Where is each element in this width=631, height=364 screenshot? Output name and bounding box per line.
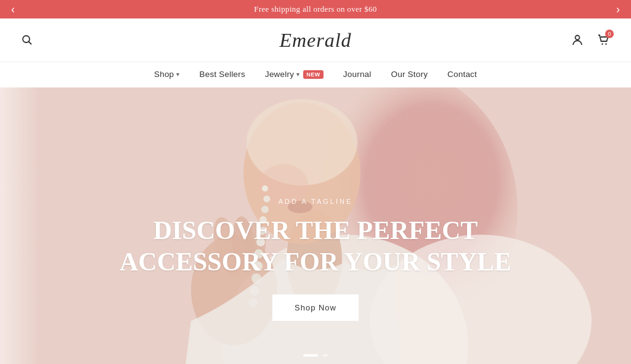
announcement-next-button[interactable]: › xyxy=(610,4,626,15)
header-left xyxy=(18,31,36,49)
jewelry-dropdown-arrow: ▾ xyxy=(296,71,299,78)
main-navigation: Shop ▾ Best Sellers Jewelry ▾ NEW Journa… xyxy=(0,62,631,87)
hero-section: ADD A TAGLINE DISCOVER THE PERFECT ACCES… xyxy=(0,87,631,364)
svg-point-2 xyxy=(576,36,580,40)
nav-item-shop[interactable]: Shop ▾ xyxy=(154,70,180,79)
nav-item-contact[interactable]: Contact xyxy=(447,70,477,79)
account-icon xyxy=(571,34,584,46)
shop-dropdown-arrow: ▾ xyxy=(176,71,179,78)
slide-dot-2[interactable] xyxy=(323,354,328,357)
svg-point-4 xyxy=(605,43,606,44)
hero-headline-line2: ACCESSORY FOR YOUR STYLE xyxy=(100,246,531,277)
svg-point-0 xyxy=(23,36,30,42)
slide-dot-1[interactable] xyxy=(303,354,318,357)
svg-point-18 xyxy=(262,185,268,192)
announcement-prev-button[interactable]: ‹ xyxy=(5,4,21,15)
announcement-text: Free shipping all orders on over $60 xyxy=(254,4,377,14)
nav-item-journal[interactable]: Journal xyxy=(343,70,372,79)
shop-now-button[interactable]: Shop Now xyxy=(272,294,359,321)
svg-line-1 xyxy=(29,42,32,45)
cart-badge: 0 xyxy=(605,30,614,38)
announcement-bar: ‹ Free shipping all orders on over $60 › xyxy=(0,0,631,18)
svg-point-3 xyxy=(601,43,603,44)
slide-indicators xyxy=(303,354,328,357)
hero-headline: DISCOVER THE PERFECT ACCESSORY FOR YOUR … xyxy=(100,215,531,277)
hero-content: ADD A TAGLINE DISCOVER THE PERFECT ACCES… xyxy=(100,198,531,321)
nav-item-best-sellers[interactable]: Best Sellers xyxy=(200,70,245,79)
account-button[interactable] xyxy=(568,31,587,49)
header: Emerald 0 xyxy=(0,18,631,62)
jewelry-new-badge: NEW xyxy=(303,70,324,79)
hero-headline-line1: DISCOVER THE PERFECT xyxy=(100,215,531,246)
cart-button[interactable]: 0 xyxy=(594,31,613,49)
hero-tagline: ADD A TAGLINE xyxy=(100,198,531,205)
search-icon xyxy=(22,34,33,46)
site-logo[interactable]: Emerald xyxy=(279,29,351,52)
nav-item-our-story[interactable]: Our Story xyxy=(391,70,428,79)
search-button[interactable] xyxy=(18,31,36,49)
nav-item-jewelry[interactable]: Jewelry ▾ NEW xyxy=(265,70,324,79)
header-right: 0 xyxy=(568,31,613,49)
